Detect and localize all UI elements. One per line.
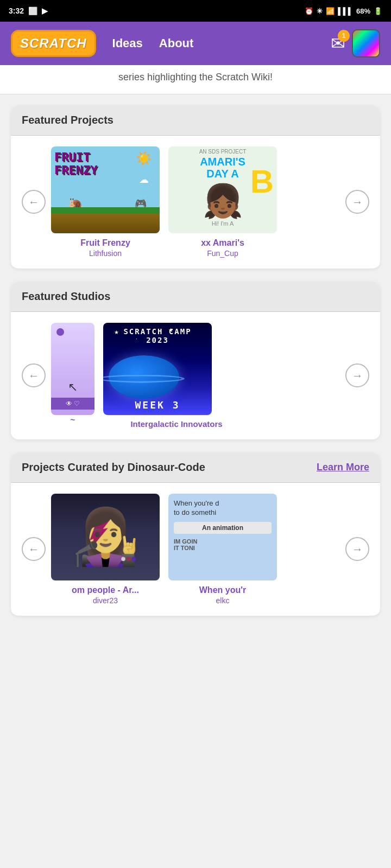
nav-icons: ✉ 1 — [331, 29, 380, 58]
project-card-girl[interactable]: 👩‍🎤 om people - Ar... diver23 — [51, 494, 160, 605]
girl-thumb-bg: 👩‍🎤 — [51, 494, 160, 580]
featured-projects-content: ← FRUITFRENZY ☀️ ☁ 🎮 🐌 — [11, 136, 380, 269]
amari-big-b: B — [250, 163, 274, 200]
studio-card-camp[interactable]: ★ · ★ · ★ SCRATCH CAMP2023 WEEK 3 Interg… — [103, 323, 250, 429]
featured-studios-header: Featured Studios — [11, 282, 380, 312]
cursor-icon: ↖ — [68, 380, 78, 394]
camp-studio-thumbnail: ★ · ★ · ★ SCRATCH CAMP2023 WEEK 3 — [103, 323, 212, 415]
fruit-frenzy-author: Lithfusion — [51, 249, 160, 258]
eye-icon: 👁 ♡ — [66, 400, 80, 407]
youtube-icon: ▶ — [42, 7, 48, 15]
nav-ideas[interactable]: Ideas — [112, 36, 143, 50]
learn-more-link[interactable]: Learn More — [317, 462, 369, 473]
user-avatar[interactable] — [352, 29, 380, 58]
projects-carousel-row: ← FRUITFRENZY ☀️ ☁ 🎮 🐌 — [22, 146, 369, 258]
anim-bottom-text: IM GOINIT TONI — [174, 538, 272, 551]
girl-project-author: diver23 — [51, 596, 160, 605]
amari-sds-label: AN SDS PROJECT — [199, 149, 247, 155]
animation-project-author: elkc — [168, 596, 277, 605]
projects-next-button[interactable]: → — [345, 190, 369, 214]
amari-sub-text: Hi! I'm A — [212, 220, 234, 227]
partial-top-text: series highlighting the Scratch Wiki! — [118, 72, 273, 82]
bluetooth-icon: ✳ — [317, 7, 323, 15]
curated-prev-icon: ← — [28, 543, 39, 556]
partial-top-content: series highlighting the Scratch Wiki! — [0, 65, 391, 94]
animation-project-thumbnail: When you're dto do somethi An animation … — [168, 494, 277, 580]
ff-sun-icon: ☀️ — [136, 151, 152, 166]
curated-next-button[interactable]: → — [345, 537, 369, 561]
fruit-frenzy-title: Fruit Frenzy — [51, 238, 160, 249]
anim-label-text: An animation — [174, 522, 272, 534]
curated-projects-header: Projects Curated by Dinosaur-Code Learn … — [11, 452, 380, 483]
girl-portrait-image: 👩‍🎤 — [72, 505, 140, 569]
animation-project-title: When you'r — [168, 585, 277, 596]
featured-projects-title: Featured Projects — [22, 114, 113, 126]
time: 3:32 — [9, 7, 24, 15]
amari-thumbnail: AN SDS PROJECT AMARI'SDAY A B 👧🏾 Hi! I'm… — [168, 146, 277, 233]
nav-links: Ideas About — [112, 36, 320, 50]
alarm-icon: ⏰ — [305, 7, 313, 15]
prev-arrow-icon: ← — [28, 196, 39, 208]
battery-level: 68% — [356, 7, 370, 15]
curated-projects-title: Projects Curated by Dinosaur-Code — [22, 461, 205, 474]
project-card-amari[interactable]: AN SDS PROJECT AMARI'SDAY A B 👧🏾 Hi! I'm… — [168, 146, 277, 258]
studios-carousel-row: ← ↖ 👁 ♡ ~ — [22, 323, 369, 429]
curated-prev-button[interactable]: ← — [22, 537, 46, 561]
girl-project-title: om people - Ar... — [51, 585, 160, 596]
amari-author: Fun_Cup — [168, 249, 277, 258]
featured-projects-section: Featured Projects ← FRUITFRENZY ☀️ ☁ 🎮 🐌 — [11, 105, 380, 269]
navbar: SCRATCH Ideas About ✉ 1 — [0, 22, 391, 65]
wifi-icon: 📶 — [326, 7, 335, 15]
amari-character: 👧🏾 — [203, 182, 243, 220]
mail-badge: 1 — [338, 30, 350, 42]
curated-carousel-row: ← 👩‍🎤 om people - Ar... diver23 — [22, 494, 369, 605]
featured-studios-section: Featured Studios ← ↖ 👁 ♡ ~ — [11, 282, 380, 439]
studios-prev-button[interactable]: ← — [22, 363, 46, 387]
studio-footer: 👁 ♡ — [51, 398, 94, 410]
battery-icon: 🔋 — [374, 7, 382, 15]
ff-game-title: FRUITFRENZY — [54, 151, 97, 177]
cursor-studio-thumbnail: ↖ 👁 ♡ — [51, 323, 94, 415]
camp-ring — [103, 374, 185, 382]
studios-carousel-items: ↖ 👁 ♡ ~ ★ · ★ · ★ — [51, 323, 340, 429]
studio-dot-icon — [56, 328, 64, 336]
amari-title: xx Amari's — [168, 238, 277, 249]
status-bar: 3:32 ⬜ ▶ ⏰ ✳ 📶 ▌▌▌ 68% 🔋 — [0, 0, 391, 22]
scratch-logo[interactable]: SCRATCH — [11, 30, 96, 57]
projects-prev-button[interactable]: ← — [22, 190, 46, 214]
projects-carousel-items: FRUITFRENZY ☀️ ☁ 🎮 🐌 Fruit Frenzy Lithfu… — [51, 146, 340, 258]
camp-week-text: WEEK 3 — [103, 399, 212, 411]
featured-projects-header: Featured Projects — [11, 105, 380, 136]
curated-next-icon: → — [352, 543, 363, 556]
camera-icon: ⬜ — [28, 7, 37, 15]
studios-prev-icon: ← — [28, 369, 39, 382]
mail-icon-wrapper[interactable]: ✉ 1 — [331, 33, 345, 54]
studios-next-icon: → — [352, 369, 363, 382]
featured-studios-content: ← ↖ 👁 ♡ ~ — [11, 312, 380, 439]
camp-title-text: SCRATCH CAMP2023 — [103, 327, 212, 344]
studios-next-button[interactable]: → — [345, 363, 369, 387]
ff-cloud-icon: ☁ — [139, 174, 149, 186]
animation-thumb-bg: When you're dto do somethi An animation … — [168, 494, 277, 580]
signal-icon: ▌▌▌ — [338, 7, 353, 15]
curated-projects-content: ← 👩‍🎤 om people - Ar... diver23 — [11, 483, 380, 616]
girl-project-thumbnail: 👩‍🎤 — [51, 494, 160, 580]
status-left: 3:32 ⬜ ▶ — [9, 7, 48, 15]
project-card-animation[interactable]: When you're dto do somethi An animation … — [168, 494, 277, 605]
studio-card-cursor[interactable]: ↖ 👁 ♡ ~ — [51, 323, 94, 429]
nav-about[interactable]: About — [159, 36, 194, 50]
featured-studios-title: Featured Studios — [22, 290, 110, 302]
curated-carousel-items: 👩‍🎤 om people - Ar... diver23 When you'r… — [51, 494, 340, 605]
cursor-studio-title: ~ — [51, 415, 94, 424]
next-arrow-icon: → — [352, 196, 363, 208]
ff-ground — [51, 214, 160, 233]
project-card-fruit-frenzy[interactable]: FRUITFRENZY ☀️ ☁ 🎮 🐌 Fruit Frenzy Lithfu… — [51, 146, 160, 258]
camp-studio-title: Intergalactic Innovators — [103, 419, 250, 429]
curated-projects-section: Projects Curated by Dinosaur-Code Learn … — [11, 452, 380, 616]
fruit-frenzy-thumbnail: FRUITFRENZY ☀️ ☁ 🎮 🐌 — [51, 146, 160, 233]
amari-project-title: AMARI'SDAY A — [200, 156, 245, 180]
anim-top-text: When you're dto do somethi — [174, 499, 272, 518]
status-right: ⏰ ✳ 📶 ▌▌▌ 68% 🔋 — [305, 7, 382, 15]
